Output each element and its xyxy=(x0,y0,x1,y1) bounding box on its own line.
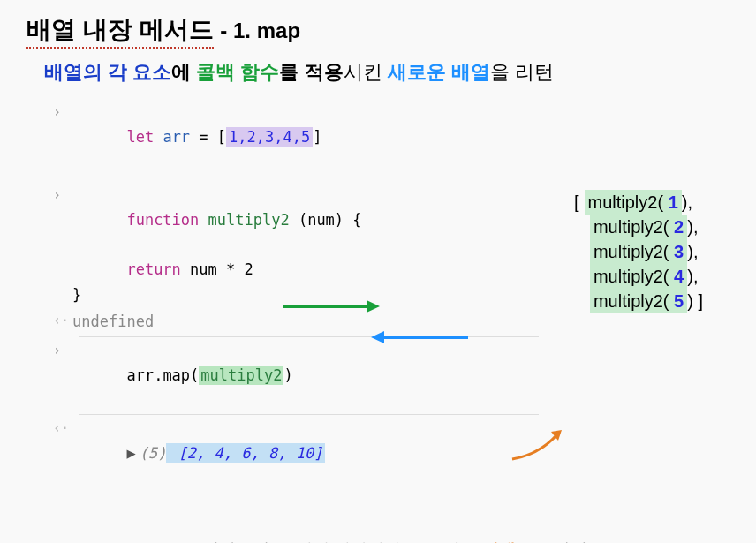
sub-p6: 새로운 배열 xyxy=(388,61,490,83)
separator xyxy=(79,336,539,337)
note-text: 콜백함수에 두 번째 전달인자를 줄 경우 인덱스를 가져옴 xyxy=(185,539,730,543)
prompt-out-icon: ‹· xyxy=(53,310,72,331)
undefined-output: undefined xyxy=(72,310,154,334)
kw-let: let xyxy=(126,128,154,146)
call-num: 1 xyxy=(663,192,678,212)
map-row: multiply2( 2 ), xyxy=(590,215,703,239)
indent xyxy=(72,260,126,278)
sub-p1: 배열의 각 요소 xyxy=(44,61,171,83)
svg-marker-1 xyxy=(367,300,380,313)
map-row: multiply2( 5 ) ] xyxy=(590,289,703,313)
array-literal: 1,2,3,4,5 xyxy=(226,127,313,147)
map-row: multiply2( 3 ), xyxy=(590,239,703,264)
svg-marker-3 xyxy=(371,331,384,343)
array-count: (5) xyxy=(140,444,167,462)
var-arr: arr xyxy=(163,128,190,146)
code-line: ‹· ▶(5) [2, 4, 6, 8, 10] xyxy=(53,418,730,490)
return-body: num * 2 xyxy=(181,260,253,278)
code-line: › arr.map(multiply2) xyxy=(53,340,730,412)
map-row: [ multiply2( 1 ), xyxy=(574,190,703,215)
map-method: map xyxy=(163,366,190,384)
eq: = xyxy=(190,128,217,146)
map-call-visual: [ multiply2( 1 ), multiply2( 2 ), multip… xyxy=(574,190,703,313)
close-paren: ) xyxy=(284,366,292,384)
expand-triangle-icon: ▶ xyxy=(126,444,135,462)
comma: ), xyxy=(687,215,698,239)
close-bracket: ] xyxy=(313,128,321,146)
arr-obj: arr. xyxy=(126,366,163,384)
code-line: › let arr = [1,2,3,4,5] xyxy=(53,102,730,174)
open-paren: ( xyxy=(190,366,199,384)
arrow-curved-orange-icon xyxy=(503,428,574,464)
prompt-in-icon: › xyxy=(53,340,72,361)
title-main: 배열 내장 메서드 xyxy=(26,13,214,49)
close-brace: } xyxy=(72,283,81,307)
kw-function: function xyxy=(126,211,199,229)
callback-arg: multiply2 xyxy=(199,366,284,385)
map-row: multiply2( 4 ), xyxy=(590,264,703,289)
call-text: multiply2( xyxy=(588,192,664,212)
slide-title: 배열 내장 메서드 - 1. map xyxy=(26,13,730,49)
subtitle: 배열의 각 요소에 콜백 함수를 적용시킨 새로운 배열을 리턴 xyxy=(44,59,730,86)
sub-p5: 시킨 xyxy=(344,61,388,83)
arrow-right-green-icon xyxy=(283,298,380,315)
title-sub: - 1. map xyxy=(220,19,300,42)
sub-p3: 콜백 함수 xyxy=(196,61,279,83)
call-text: multiply2( xyxy=(593,217,669,237)
prompt-out-icon: ‹· xyxy=(53,418,72,439)
call-num: 3 xyxy=(669,242,684,261)
result-array: [2, 4, 6, 8, 10] xyxy=(166,443,325,463)
call-text: multiply2( xyxy=(593,267,669,286)
call-num: 5 xyxy=(669,291,684,311)
params: (num) { xyxy=(299,211,362,229)
comma: ), xyxy=(687,264,698,289)
sub-p4: 를 적용 xyxy=(279,61,343,83)
sub-p2: 에 xyxy=(171,61,196,83)
call-text: multiply2( xyxy=(593,291,669,311)
close-bracket: ) ] xyxy=(687,289,703,313)
open-bracket: [ xyxy=(217,128,226,146)
comma: ), xyxy=(682,190,692,215)
arrow-left-blue-icon xyxy=(371,328,468,346)
sub-p7: 을 리턴 xyxy=(490,61,554,83)
open-bracket: [ xyxy=(574,190,579,215)
comma: ), xyxy=(687,239,698,264)
func-name: multiply2 xyxy=(199,211,299,229)
prompt-in-icon: › xyxy=(53,102,72,123)
call-num: 4 xyxy=(669,267,684,286)
separator xyxy=(79,414,539,415)
call-text: multiply2( xyxy=(593,242,669,261)
prompt-in-icon: › xyxy=(53,185,72,206)
kw-return: return xyxy=(126,260,180,278)
call-num: 2 xyxy=(669,217,684,237)
